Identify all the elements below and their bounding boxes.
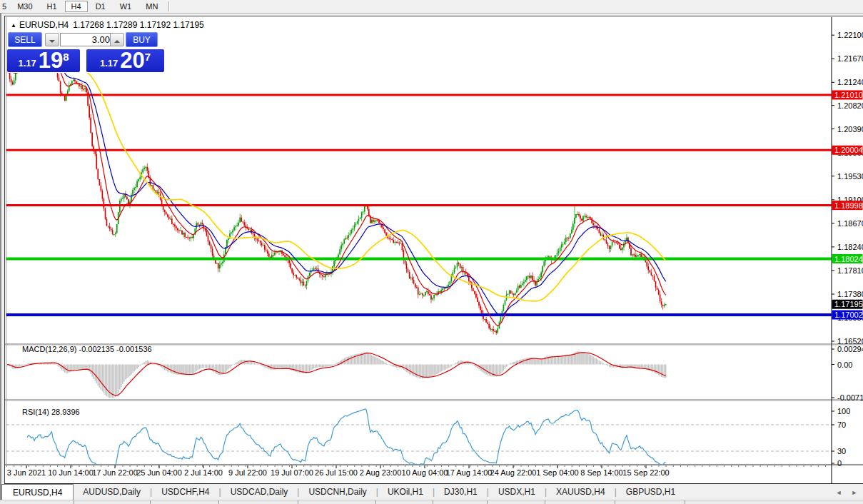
timeframe-toolbar: 5M30H1H4D1W1MN (0, 0, 863, 14)
svg-text:1.18998: 1.18998 (834, 201, 863, 210)
down-arrow-icon (49, 40, 55, 43)
time-axis-label: 9 Jul 22:00 (228, 468, 267, 477)
collapse-arrow-icon[interactable]: ▲ (11, 22, 16, 29)
svg-text:70: 70 (837, 420, 846, 429)
strip-tick (74, 500, 74, 504)
chart-ohlc-values: 1.17268 1.17289 1.17192 1.17195 (73, 20, 204, 30)
strip-tick (298, 500, 298, 504)
tab-ukoil-h1[interactable]: UKOil,H1 (378, 484, 433, 500)
timeframe-button-w1[interactable]: W1 (113, 1, 138, 12)
time-axis-label: 17 Jun 22:00 (92, 468, 138, 477)
svg-text:1.17380: 1.17380 (837, 290, 863, 298)
strip-tick (685, 500, 685, 504)
timeframe-button-d1[interactable]: D1 (89, 1, 112, 12)
strip-tick (615, 500, 615, 504)
sell-price-display[interactable]: 1.17198 (7, 49, 80, 72)
macd-label: MACD(12,26,9) -0.002135 -0.001536 (22, 345, 152, 353)
strip-tick (487, 500, 488, 504)
tab-audusd-daily[interactable]: AUDUSD,Daily (74, 484, 150, 500)
svg-text:1.21010: 1.21010 (834, 91, 863, 99)
svg-text:1.21240: 1.21240 (837, 78, 863, 86)
time-axis-label: 10 Jun 14:00 (48, 468, 94, 477)
strip-tick (545, 500, 545, 504)
svg-text:1.20820: 1.20820 (837, 101, 863, 110)
window-left-border (0, 13, 1, 504)
time-axis-label: 15 Sep 22:00 (622, 468, 669, 477)
strip-tick (433, 500, 433, 504)
svg-text:1.17810: 1.17810 (837, 266, 863, 275)
svg-text:30: 30 (837, 447, 846, 455)
buy-button[interactable]: BUY (126, 32, 158, 47)
strip-tick (150, 500, 151, 504)
volume-increase-button[interactable] (110, 33, 124, 46)
tab-usdcad-daily[interactable]: USDCAD,Daily (221, 484, 298, 500)
time-axis-label: 19 Jul 07:00 (271, 468, 313, 477)
svg-text:1.17195: 1.17195 (834, 300, 863, 308)
tab-usdx-h1[interactable]: USDX,H1 (489, 484, 545, 500)
buy-price-big-figure: 1.17 (100, 58, 118, 72)
svg-text:1.20004: 1.20004 (834, 146, 863, 154)
svg-text:0.002947: 0.002947 (837, 345, 863, 353)
strip-tick (375, 500, 376, 504)
svg-text:1.18670: 1.18670 (837, 219, 863, 228)
toolbar-separator (168, 1, 169, 11)
time-axis-label: 2 Aug 23:00 (360, 468, 402, 477)
time-axis-label: 26 Jul 15:00 (315, 468, 358, 477)
sell-price-pips: 19 (39, 49, 63, 72)
svg-text:0: 0 (837, 459, 842, 468)
one-click-trading-panel: SELL BUY 1.17198 1.17207 (7, 31, 165, 73)
tab-usdchf-h4[interactable]: USDCHF,H4 (152, 484, 218, 500)
tab-eurusd-h4[interactable]: EURUSD,H4 (1, 484, 74, 500)
chart-window: MACD(12,26,9) -0.002135 -0.001536RSI(14)… (4, 16, 863, 484)
chart-tabs-bar: EURUSD,H4AUDUSD,Daily|USDCHF,H4|USDCAD,D… (1, 484, 822, 500)
svg-text:1.18024: 1.18024 (834, 255, 863, 263)
svg-text:1.21670: 1.21670 (837, 54, 863, 63)
svg-text:1.19530: 1.19530 (837, 172, 863, 181)
time-axis-label: 24 Aug 22:00 (490, 468, 537, 477)
svg-text:0.00: 0.00 (837, 361, 852, 369)
svg-text:100: 100 (837, 407, 850, 415)
volume-input[interactable] (60, 33, 113, 46)
time-axis-label: 3 Jun 2021 (7, 468, 46, 477)
timeframe-button-h4[interactable]: H4 (65, 1, 88, 12)
svg-text:-0.00715: -0.00715 (837, 393, 863, 402)
tab-gbpusd-h1[interactable]: GBPUSD,H1 (617, 484, 685, 500)
svg-text:1.18240: 1.18240 (837, 243, 863, 251)
tab-usdcnh-daily[interactable]: USDCNH,Daily (299, 484, 375, 500)
buy-price-point: 7 (145, 49, 151, 63)
buy-price-pips: 20 (120, 49, 144, 72)
time-axis-label: 25 Jun 04:00 (136, 468, 182, 477)
strip-tick (218, 500, 219, 504)
time-axis-label: 1 Sep 04:00 (536, 468, 578, 477)
timeframe-button-h1[interactable]: H1 (41, 1, 64, 12)
sell-price-big-figure: 1.17 (18, 58, 36, 72)
sell-price-point: 8 (63, 49, 69, 63)
tab-dj30-h1[interactable]: DJ30,H1 (435, 484, 487, 500)
svg-text:1.22100: 1.22100 (837, 31, 863, 39)
tabs-scroll-left-button[interactable]: ◄ (834, 488, 844, 497)
time-axis-label: 8 Sep 14:00 (580, 468, 622, 477)
up-arrow-icon (114, 40, 120, 43)
volume-decrease-button[interactable] (45, 33, 59, 46)
time-axis-label: 17 Aug 14:00 (446, 468, 493, 477)
rsi-label: RSI(14) 28.9396 (22, 408, 80, 416)
sell-button[interactable]: SELL (8, 32, 42, 47)
svg-text:1.17002: 1.17002 (834, 311, 863, 319)
svg-text:1.20390: 1.20390 (837, 125, 863, 133)
timeframe-button-mn[interactable]: MN (139, 1, 164, 12)
tabs-scroll-right-button[interactable]: ► (849, 488, 859, 497)
chart-symbol-label: EURUSD,H4 (19, 20, 69, 30)
buy-price-display[interactable]: 1.17207 (86, 49, 164, 72)
tab-xauusd-h4[interactable]: XAUUSD,H4 (547, 484, 615, 500)
bottom-strip (0, 500, 863, 504)
price-chart-canvas[interactable]: MACD(12,26,9) -0.002135 -0.001536RSI(14)… (5, 16, 863, 483)
timeframe-button-m30[interactable]: M30 (11, 1, 39, 12)
time-axis-label: 2 Jul 14:00 (184, 468, 223, 477)
chart-title: ▲EURUSD,H41.17268 1.17289 1.17192 1.1719… (11, 20, 204, 30)
timeframe-button-5[interactable]: 5 (1, 1, 9, 12)
time-axis-label: 10 Aug 04:00 (402, 468, 448, 477)
